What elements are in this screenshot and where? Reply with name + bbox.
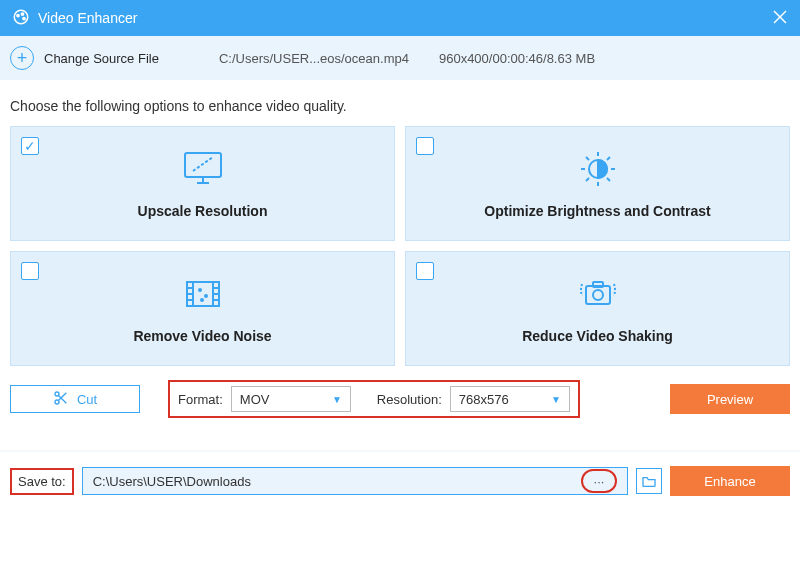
monitor-icon bbox=[179, 149, 227, 193]
checkbox-upscale[interactable]: ✓ bbox=[21, 137, 39, 155]
options-grid: ✓ Upscale Resolution Optimize Brightness… bbox=[0, 126, 800, 366]
checkbox-shaking[interactable] bbox=[416, 262, 434, 280]
change-source-link[interactable]: Change Source File bbox=[44, 51, 159, 66]
source-path: C:/Users/USER...eos/ocean.mp4 bbox=[219, 51, 409, 66]
format-dropdown[interactable]: MOV ▼ bbox=[231, 386, 351, 412]
instruction-text: Choose the following options to enhance … bbox=[0, 80, 800, 126]
svg-line-18 bbox=[607, 157, 610, 160]
filmstrip-icon bbox=[179, 274, 227, 318]
save-path-field[interactable]: C:\Users\USER\Downloads ··· bbox=[82, 467, 628, 495]
window-title: Video Enhancer bbox=[38, 10, 137, 26]
format-section: Format: MOV ▼ Resolution: 768x576 ▼ bbox=[168, 380, 580, 418]
browse-button[interactable]: ··· bbox=[581, 469, 617, 493]
resolution-dropdown[interactable]: 768x576 ▼ bbox=[450, 386, 570, 412]
enhance-button[interactable]: Enhance bbox=[670, 466, 790, 496]
svg-point-30 bbox=[201, 299, 203, 301]
palette-icon bbox=[12, 8, 30, 29]
svg-point-34 bbox=[55, 392, 59, 396]
titlebar: Video Enhancer bbox=[0, 0, 800, 36]
option-brightness-contrast[interactable]: Optimize Brightness and Contrast bbox=[405, 126, 790, 241]
scissors-icon bbox=[53, 390, 69, 409]
svg-rect-31 bbox=[586, 286, 610, 304]
save-to-label: Save to: bbox=[10, 468, 74, 495]
svg-point-3 bbox=[23, 17, 25, 19]
preview-button[interactable]: Preview bbox=[670, 384, 790, 414]
add-source-button[interactable]: + bbox=[10, 46, 34, 70]
option-remove-noise[interactable]: Remove Video Noise bbox=[10, 251, 395, 366]
svg-point-1 bbox=[17, 14, 19, 16]
source-bar: + Change Source File C:/Users/USER...eos… bbox=[0, 36, 800, 80]
option-upscale-resolution[interactable]: ✓ Upscale Resolution bbox=[10, 126, 395, 241]
format-value: MOV bbox=[240, 392, 270, 407]
option-reduce-shaking[interactable]: Reduce Video Shaking bbox=[405, 251, 790, 366]
camera-shake-icon bbox=[574, 274, 622, 318]
save-row: Save to: C:\Users\USER\Downloads ··· Enh… bbox=[0, 452, 800, 510]
chevron-down-icon: ▼ bbox=[551, 394, 561, 405]
svg-line-16 bbox=[607, 178, 610, 181]
source-info: 960x400/00:00:46/8.63 MB bbox=[439, 51, 595, 66]
save-path-value: C:\Users\USER\Downloads bbox=[93, 474, 251, 489]
cut-button[interactable]: Cut bbox=[10, 385, 140, 413]
option-label: Reduce Video Shaking bbox=[522, 328, 673, 344]
svg-line-7 bbox=[193, 157, 213, 171]
svg-point-0 bbox=[14, 10, 28, 24]
resolution-value: 768x576 bbox=[459, 392, 509, 407]
format-label: Format: bbox=[178, 392, 223, 407]
close-icon[interactable] bbox=[772, 9, 788, 28]
option-label: Optimize Brightness and Contrast bbox=[484, 203, 710, 219]
svg-point-2 bbox=[21, 12, 23, 14]
format-row: Cut Format: MOV ▼ Resolution: 768x576 ▼ … bbox=[0, 366, 800, 432]
option-label: Upscale Resolution bbox=[138, 203, 268, 219]
open-folder-button[interactable] bbox=[636, 468, 662, 494]
svg-line-15 bbox=[586, 157, 589, 160]
sun-icon bbox=[574, 149, 622, 193]
checkbox-brightness[interactable] bbox=[416, 137, 434, 155]
resolution-label: Resolution: bbox=[377, 392, 442, 407]
chevron-down-icon: ▼ bbox=[332, 394, 342, 405]
option-label: Remove Video Noise bbox=[133, 328, 271, 344]
svg-point-32 bbox=[593, 290, 603, 300]
svg-line-17 bbox=[586, 178, 589, 181]
svg-point-28 bbox=[199, 289, 201, 291]
cut-label: Cut bbox=[77, 392, 97, 407]
svg-point-35 bbox=[55, 400, 59, 404]
svg-point-29 bbox=[205, 295, 207, 297]
checkbox-noise[interactable] bbox=[21, 262, 39, 280]
svg-rect-33 bbox=[593, 282, 603, 287]
